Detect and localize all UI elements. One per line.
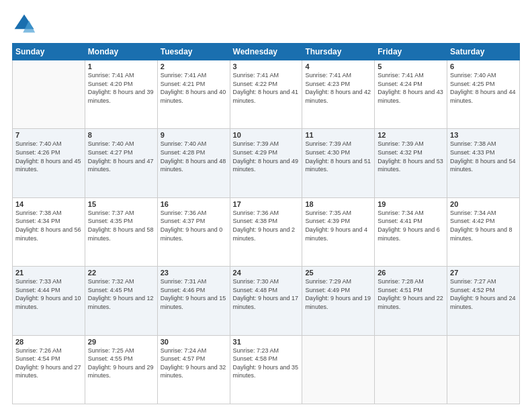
day-info: Sunrise: 7:39 AMSunset: 4:29 PMDaylight:…	[233, 140, 300, 173]
day-number: 8	[88, 131, 154, 139]
day-cell: 22Sunrise: 7:32 AMSunset: 4:45 PMDayligh…	[85, 267, 157, 335]
day-cell: 28Sunrise: 7:26 AMSunset: 4:54 PMDayligh…	[13, 335, 85, 404]
day-cell: 31Sunrise: 7:23 AMSunset: 4:58 PMDayligh…	[230, 335, 302, 404]
week-row: 1Sunrise: 7:41 AMSunset: 4:20 PMDaylight…	[13, 60, 520, 129]
day-info: Sunrise: 7:41 AMSunset: 4:21 PMDaylight:…	[161, 71, 227, 105]
day-info: Sunrise: 7:34 AMSunset: 4:41 PMDaylight:…	[378, 209, 444, 242]
day-cell: 13Sunrise: 7:38 AMSunset: 4:33 PMDayligh…	[447, 129, 520, 197]
header-cell-saturday: Saturday	[447, 44, 520, 60]
day-info: Sunrise: 7:28 AMSunset: 4:51 PMDaylight:…	[378, 277, 444, 311]
day-info: Sunrise: 7:41 AMSunset: 4:20 PMDaylight:…	[88, 71, 154, 105]
day-cell: 17Sunrise: 7:36 AMSunset: 4:38 PMDayligh…	[230, 197, 302, 266]
day-cell: 8Sunrise: 7:40 AMSunset: 4:27 PMDaylight…	[85, 129, 157, 197]
calendar-body: 1Sunrise: 7:41 AMSunset: 4:20 PMDaylight…	[13, 60, 520, 404]
header-cell-wednesday: Wednesday	[230, 44, 302, 60]
day-cell	[375, 335, 447, 404]
header-cell-tuesday: Tuesday	[157, 44, 230, 60]
week-row: 28Sunrise: 7:26 AMSunset: 4:54 PMDayligh…	[13, 335, 520, 404]
day-info: Sunrise: 7:41 AMSunset: 4:23 PMDaylight:…	[305, 71, 371, 105]
day-number: 23	[161, 269, 227, 277]
day-cell: 1Sunrise: 7:41 AMSunset: 4:20 PMDaylight…	[85, 60, 157, 129]
logo	[12, 12, 39, 36]
day-number: 16	[161, 200, 227, 208]
day-info: Sunrise: 7:40 AMSunset: 4:27 PMDaylight:…	[88, 140, 154, 173]
day-cell: 30Sunrise: 7:24 AMSunset: 4:57 PMDayligh…	[157, 335, 230, 404]
day-info: Sunrise: 7:41 AMSunset: 4:24 PMDaylight:…	[378, 71, 444, 105]
day-info: Sunrise: 7:26 AMSunset: 4:54 PMDaylight:…	[15, 347, 82, 380]
day-cell: 21Sunrise: 7:33 AMSunset: 4:44 PMDayligh…	[13, 267, 85, 335]
week-row: 7Sunrise: 7:40 AMSunset: 4:26 PMDaylight…	[13, 129, 520, 197]
day-number: 1	[88, 62, 154, 71]
day-number: 6	[450, 62, 517, 71]
week-row: 21Sunrise: 7:33 AMSunset: 4:44 PMDayligh…	[13, 267, 520, 335]
day-info: Sunrise: 7:38 AMSunset: 4:33 PMDaylight:…	[450, 140, 517, 173]
day-cell: 10Sunrise: 7:39 AMSunset: 4:29 PMDayligh…	[230, 129, 302, 197]
day-cell: 16Sunrise: 7:36 AMSunset: 4:37 PMDayligh…	[157, 197, 230, 266]
calendar-header: SundayMondayTuesdayWednesdayThursdayFrid…	[13, 44, 520, 60]
day-cell: 20Sunrise: 7:34 AMSunset: 4:42 PMDayligh…	[447, 197, 520, 266]
day-cell: 5Sunrise: 7:41 AMSunset: 4:24 PMDaylight…	[375, 60, 447, 129]
day-cell: 27Sunrise: 7:27 AMSunset: 4:52 PMDayligh…	[447, 267, 520, 335]
day-cell: 7Sunrise: 7:40 AMSunset: 4:26 PMDaylight…	[13, 129, 85, 197]
day-info: Sunrise: 7:40 AMSunset: 4:28 PMDaylight:…	[161, 140, 227, 173]
day-cell: 18Sunrise: 7:35 AMSunset: 4:39 PMDayligh…	[302, 197, 375, 266]
day-info: Sunrise: 7:23 AMSunset: 4:58 PMDaylight:…	[233, 347, 300, 380]
day-info: Sunrise: 7:24 AMSunset: 4:57 PMDaylight:…	[161, 347, 227, 380]
day-number: 13	[450, 131, 517, 139]
day-number: 15	[88, 200, 154, 208]
day-info: Sunrise: 7:37 AMSunset: 4:35 PMDaylight:…	[88, 209, 154, 242]
day-number: 31	[233, 338, 300, 346]
day-cell: 24Sunrise: 7:30 AMSunset: 4:48 PMDayligh…	[230, 267, 302, 335]
day-number: 22	[88, 269, 154, 277]
day-cell	[302, 335, 375, 404]
day-info: Sunrise: 7:29 AMSunset: 4:49 PMDaylight:…	[305, 277, 371, 311]
day-info: Sunrise: 7:33 AMSunset: 4:44 PMDaylight:…	[15, 277, 82, 311]
day-number: 20	[450, 200, 517, 208]
day-number: 21	[15, 269, 82, 277]
logo-icon	[12, 12, 36, 36]
day-info: Sunrise: 7:41 AMSunset: 4:22 PMDaylight:…	[233, 71, 300, 105]
day-number: 14	[15, 200, 82, 208]
page: SundayMondayTuesdayWednesdayThursdayFrid…	[0, 0, 532, 411]
day-number: 7	[15, 131, 82, 139]
day-info: Sunrise: 7:38 AMSunset: 4:34 PMDaylight:…	[15, 209, 82, 242]
day-number: 3	[233, 62, 300, 71]
day-info: Sunrise: 7:39 AMSunset: 4:32 PMDaylight:…	[378, 140, 444, 173]
day-cell: 2Sunrise: 7:41 AMSunset: 4:21 PMDaylight…	[157, 60, 230, 129]
day-cell: 25Sunrise: 7:29 AMSunset: 4:49 PMDayligh…	[302, 267, 375, 335]
day-number: 26	[378, 269, 444, 277]
day-number: 30	[161, 338, 227, 346]
day-number: 17	[233, 200, 300, 208]
day-info: Sunrise: 7:36 AMSunset: 4:38 PMDaylight:…	[233, 209, 300, 242]
day-cell: 26Sunrise: 7:28 AMSunset: 4:51 PMDayligh…	[375, 267, 447, 335]
day-info: Sunrise: 7:31 AMSunset: 4:46 PMDaylight:…	[161, 277, 227, 311]
header-cell-friday: Friday	[375, 44, 447, 60]
day-number: 10	[233, 131, 300, 139]
day-number: 29	[88, 338, 154, 346]
day-info: Sunrise: 7:32 AMSunset: 4:45 PMDaylight:…	[88, 277, 154, 311]
calendar: SundayMondayTuesdayWednesdayThursdayFrid…	[12, 43, 520, 404]
header-cell-thursday: Thursday	[302, 44, 375, 60]
day-number: 24	[233, 269, 300, 277]
day-cell: 9Sunrise: 7:40 AMSunset: 4:28 PMDaylight…	[157, 129, 230, 197]
day-cell: 14Sunrise: 7:38 AMSunset: 4:34 PMDayligh…	[13, 197, 85, 266]
day-info: Sunrise: 7:34 AMSunset: 4:42 PMDaylight:…	[450, 209, 517, 242]
day-info: Sunrise: 7:40 AMSunset: 4:25 PMDaylight:…	[450, 71, 517, 105]
day-number: 12	[378, 131, 444, 139]
day-number: 19	[378, 200, 444, 208]
day-info: Sunrise: 7:27 AMSunset: 4:52 PMDaylight:…	[450, 277, 517, 311]
day-info: Sunrise: 7:40 AMSunset: 4:26 PMDaylight:…	[15, 140, 82, 173]
day-cell	[447, 335, 520, 404]
header	[12, 12, 520, 36]
day-info: Sunrise: 7:36 AMSunset: 4:37 PMDaylight:…	[161, 209, 227, 242]
day-number: 5	[378, 62, 444, 71]
day-cell: 19Sunrise: 7:34 AMSunset: 4:41 PMDayligh…	[375, 197, 447, 266]
week-row: 14Sunrise: 7:38 AMSunset: 4:34 PMDayligh…	[13, 197, 520, 266]
day-cell: 12Sunrise: 7:39 AMSunset: 4:32 PMDayligh…	[375, 129, 447, 197]
day-info: Sunrise: 7:30 AMSunset: 4:48 PMDaylight:…	[233, 277, 300, 311]
day-cell	[13, 60, 85, 129]
day-cell: 15Sunrise: 7:37 AMSunset: 4:35 PMDayligh…	[85, 197, 157, 266]
day-number: 28	[15, 338, 82, 346]
day-info: Sunrise: 7:35 AMSunset: 4:39 PMDaylight:…	[305, 209, 371, 242]
day-cell: 6Sunrise: 7:40 AMSunset: 4:25 PMDaylight…	[447, 60, 520, 129]
